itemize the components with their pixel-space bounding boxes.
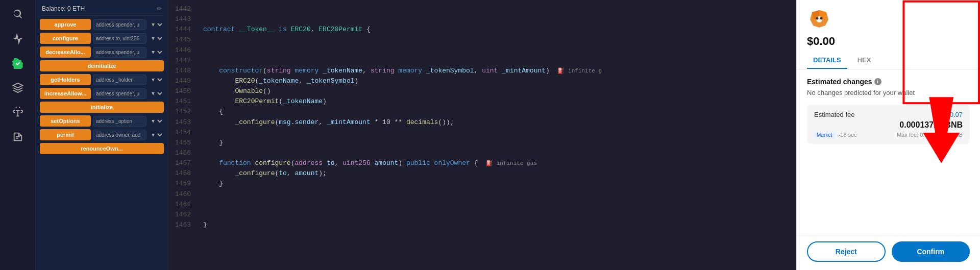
func-row-decreaseAllo: decreaseAllo... address spender, u ▾: [40, 46, 164, 58]
func-row-approve: approve address spender, u ▾: [40, 19, 164, 30]
fee-row-top: Estimated fee ✏ $0.07: [814, 111, 963, 118]
deploy-icon: [12, 82, 23, 93]
func-row-permit: permit address owner, add ▾: [40, 129, 164, 140]
sidebar-item-docs[interactable]: [8, 127, 28, 147]
code-lines: contract __Token__ is ERC20, ERC20Permit…: [197, 0, 796, 270]
left-sidebar: [0, 0, 36, 270]
reject-button[interactable]: Reject: [807, 241, 886, 262]
func-btn-initialize[interactable]: initialize: [40, 102, 164, 113]
fee-max-info: Max fee: 0.00013712 BNB: [897, 132, 963, 138]
func-param-decreaseAllo: address spender, u: [93, 47, 146, 58]
func-dropdown-getHolders[interactable]: ▾: [149, 75, 164, 85]
func-dropdown-approve[interactable]: ▾: [149, 19, 164, 30]
func-dropdown-setOptions[interactable]: ▾: [149, 116, 164, 126]
func-btn-decreaseAllo[interactable]: decreaseAllo...: [40, 46, 91, 58]
mm-amount: $0.00: [807, 35, 835, 48]
sidebar-item-activity[interactable]: [8, 29, 28, 49]
func-param-getHolders: address _holder: [93, 75, 146, 85]
fee-sub: Market -16 sec Max fee: 0.00013712 BNB: [814, 132, 963, 138]
no-changes-text: No changes predicted for your wallet: [807, 89, 970, 96]
activity-icon: [12, 33, 23, 44]
metamask-popup: $0.00 DETAILS HEX Estimated changes i No…: [796, 0, 980, 270]
search-icon: [12, 9, 23, 20]
func-row-increaseAllow: increaseAllow... address spender, u ▾: [40, 88, 164, 99]
fee-row-value: 0.00013712 BNB: [814, 120, 963, 130]
popup-header: $0.00: [797, 0, 980, 52]
function-panel: Balance: 0 ETH ✏ approve address spender…: [36, 0, 168, 270]
metamask-logo: [807, 8, 831, 33]
func-dropdown-increaseAllow[interactable]: ▾: [149, 88, 164, 99]
info-icon: i: [874, 78, 881, 85]
fee-max-value: 0.00013712 BNB: [920, 132, 963, 138]
func-btn-deinitialize[interactable]: deinitialize: [40, 60, 164, 71]
fee-edit[interactable]: ✏ $0.07: [938, 111, 963, 118]
tab-details[interactable]: DETAILS: [807, 52, 847, 69]
func-row-renounceOwn: renounceOwn...: [40, 143, 164, 154]
func-btn-permit[interactable]: permit: [40, 129, 91, 140]
func-param-permit: address owner, add: [93, 130, 146, 140]
balance-bar: Balance: 0 ETH ✏: [40, 2, 164, 16]
tab-hex[interactable]: HEX: [851, 52, 877, 69]
func-btn-increaseAllow[interactable]: increaseAllow...: [40, 88, 91, 99]
balance-edit-icon[interactable]: ✏: [157, 5, 162, 12]
func-param-configure: address to, uint256: [93, 33, 146, 44]
func-btn-approve[interactable]: approve: [40, 19, 91, 30]
sidebar-item-deploy[interactable]: [8, 78, 28, 98]
func-param-approve: address spender, u: [93, 19, 146, 30]
popup-body: Estimated changes i No changes predicted…: [797, 69, 980, 235]
func-dropdown-permit[interactable]: ▾: [149, 130, 164, 140]
docs-icon: [12, 131, 23, 142]
market-badge: Market: [814, 132, 835, 138]
func-btn-setOptions[interactable]: setOptions: [40, 115, 91, 127]
func-row-setOptions: setOptions address _option ▾: [40, 115, 164, 127]
func-row-getHolders: getHolders address _holder ▾: [40, 74, 164, 85]
func-dropdown-decreaseAllo[interactable]: ▾: [149, 47, 164, 57]
fee-box: Estimated fee ✏ $0.07 0.00013712 BNB Mar…: [807, 105, 970, 144]
fee-market-info: Market -16 sec: [814, 132, 857, 138]
func-btn-configure[interactable]: configure: [40, 33, 91, 44]
func-dropdown-configure[interactable]: ▾: [149, 33, 164, 43]
func-param-setOptions: address _option: [93, 116, 146, 127]
popup-tabs: DETAILS HEX: [797, 52, 980, 69]
func-btn-renounceOwn[interactable]: renounceOwn...: [40, 143, 164, 154]
fee-value: 0.00013712 BNB: [899, 120, 963, 130]
fee-label: Estimated fee: [814, 111, 855, 118]
sidebar-item-debug[interactable]: [8, 102, 28, 122]
func-row-initialize: initialize: [40, 102, 164, 113]
fee-edit-value: $0.07: [946, 111, 963, 118]
sidebar-item-search[interactable]: [8, 4, 28, 24]
func-row-configure: configure address to, uint256 ▾: [40, 33, 164, 44]
confirm-button[interactable]: Confirm: [892, 241, 970, 262]
line-numbers: 1442 1443 1444 1445 1446 1447 1448 1449 …: [168, 0, 197, 270]
func-param-increaseAllow: address spender, u: [93, 88, 146, 99]
debug-icon: [12, 107, 23, 118]
code-editor: 1442 1443 1444 1445 1446 1447 1448 1449 …: [168, 0, 796, 270]
popup-footer: Reject Confirm: [797, 235, 980, 270]
sidebar-item-verified[interactable]: [8, 53, 28, 73]
fee-max-label: Max fee:: [897, 132, 918, 138]
verified-icon: [12, 58, 23, 69]
svg-point-8: [820, 17, 823, 20]
func-btn-getHolders[interactable]: getHolders: [40, 74, 91, 85]
fee-market-sub: -16 sec: [839, 132, 857, 138]
estimated-changes-title: Estimated changes i: [807, 78, 970, 86]
func-row-deinitialize: deinitialize: [40, 60, 164, 71]
pencil-icon: ✏: [938, 111, 944, 118]
balance-text: Balance: 0 ETH: [42, 5, 85, 12]
svg-point-7: [816, 17, 819, 20]
